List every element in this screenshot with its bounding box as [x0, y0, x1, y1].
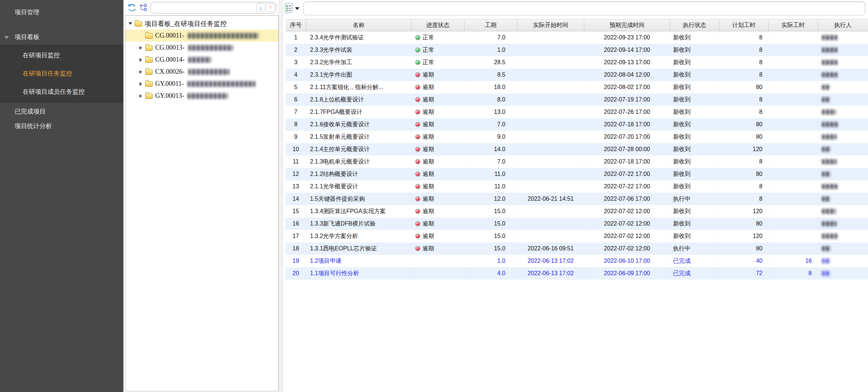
table-row-7[interactable]: 72.1.7FPGA概要设计逾期13.02022-07-26 17:00新收到8	[286, 106, 868, 118]
tree-node-code: GY.00013-	[155, 92, 184, 100]
redacted-assignee-name	[822, 134, 837, 139]
redacted-assignee-name	[822, 109, 836, 115]
collapsed-caret-icon[interactable]	[139, 58, 142, 62]
table-row-16[interactable]: 161.3.3新飞通DFB裸片试验逾期15.02022-07-02 12:00新…	[286, 218, 868, 230]
cell-duration: 9.0	[464, 131, 517, 143]
sidebar-item-已完成项目[interactable]: 已完成项目	[0, 104, 123, 119]
column-header-实际工时[interactable]: 实际工时	[769, 19, 818, 31]
cell-duration: 1.0	[464, 44, 517, 56]
table-row-14[interactable]: 141.5关键器件提前采购逾期12.02022-06-21 14:512022-…	[286, 193, 868, 205]
tree-node-CX.00026-[interactable]: CX.00026-	[125, 66, 278, 78]
table-row-8[interactable]: 82.1.6接收单元概要设计逾期7.02022-07-18 17:00新收到80	[286, 118, 868, 131]
tree-node-CG.00013-[interactable]: CG.00013-	[125, 42, 278, 54]
collapsed-caret-icon[interactable]	[139, 82, 142, 86]
column-header-执行状态[interactable]: 执行状态	[670, 19, 719, 31]
cell-no: 3	[286, 56, 306, 69]
column-header-进度状态[interactable]: 进度状态	[412, 19, 464, 31]
tree-node-CG.00014-[interactable]: CG.00014-	[125, 54, 278, 66]
find-next-up-button[interactable]: ↑	[266, 3, 275, 12]
table-row-18[interactable]: 181.3.1西电EOPLL芯片验证逾期15.02022-06-16 09:51…	[286, 242, 868, 255]
cell-actual_hours	[769, 193, 818, 205]
cell-actual_hours	[769, 180, 818, 193]
progress-cell: 逾期	[412, 106, 464, 118]
table-row-3[interactable]: 32.3.2光学件加工正常28.52022-09-13 17:00新收到8	[286, 56, 868, 69]
progress-label: 逾期	[422, 168, 434, 180]
progress-label: 逾期	[422, 106, 434, 118]
redacted-project-name	[188, 93, 228, 99]
table-row-17[interactable]: 171.3.2光学方案分析逾期15.02022-07-02 12:00新收到12…	[286, 230, 868, 242]
cell-actual_start	[517, 205, 584, 218]
cell-actual_start	[517, 118, 584, 131]
tree-node-CG.00011-[interactable]: CG.00011-	[125, 30, 278, 42]
column-header-实际开始时间[interactable]: 实际开始时间	[517, 19, 584, 31]
find-next-down-button[interactable]: ↓	[256, 3, 265, 12]
collapsed-caret-icon[interactable]	[139, 70, 142, 74]
folder-icon	[145, 69, 153, 75]
progress-cell: 逾期	[412, 69, 464, 81]
status-overdue-icon	[415, 246, 420, 251]
table-row-6[interactable]: 62.1.8上位机概要设计逾期8.02022-07-19 17:00新收到8	[286, 93, 868, 106]
cell-planned_hours: 8	[719, 56, 769, 69]
table-row-13[interactable]: 132.1.1光学概要设计逾期11.02022-07-22 17:00新收到8	[286, 180, 868, 193]
collapsed-caret-icon[interactable]	[139, 94, 142, 98]
cell-name: 1.3.2光学方案分析	[306, 230, 412, 242]
tree-node-code: CG.00011-	[155, 32, 184, 39]
cell-exec_status: 已完成	[670, 255, 719, 267]
cell-actual_hours	[769, 131, 818, 143]
cell-duration: 7.0	[464, 155, 517, 168]
table-row-1[interactable]: 12.3.4光学件测试验证正常7.02022-09-23 17:00新收到8	[286, 31, 868, 44]
tree-node-GY.00011-[interactable]: GY.00011-	[125, 78, 278, 90]
cell-name: 1.3.4测距算法FPGA实现方案	[306, 205, 412, 218]
refresh-icon[interactable]	[127, 3, 137, 12]
assignee-cell	[818, 218, 868, 230]
expanded-caret-icon[interactable]	[129, 22, 132, 25]
sidebar-item-项目看板[interactable]: 项目看板	[0, 30, 123, 45]
collapsed-caret-icon[interactable]	[139, 46, 142, 50]
table-row-5[interactable]: 52.1.11方案细化，指标分解...逾期18.02022-08-02 17:0…	[286, 81, 868, 93]
table-row-19[interactable]: 191.2项目申请1.02022-06-13 17:022022-06-10 1…	[286, 255, 868, 267]
cell-actual_start	[517, 168, 584, 180]
cell-planned_hours: 80	[719, 218, 769, 230]
table-row-10[interactable]: 102.1.4主控单元概要设计逾期14.02022-07-28 00:00新收到…	[286, 143, 868, 155]
table-row-9[interactable]: 92.1.5发射单元概要设计逾期9.02022-07-20 17:00新收到80	[286, 131, 868, 143]
table-row-20[interactable]: 201.1项目可行性分析4.02022-06-13 17:022022-06-0…	[286, 267, 868, 280]
assignee-cell	[818, 193, 868, 205]
table-row-2[interactable]: 22.3.3光学件试装正常1.02022-09-14 17:00新收到8	[286, 44, 868, 56]
progress-label: 逾期	[422, 155, 434, 168]
column-header-预期完成时间[interactable]: 预期完成时间	[584, 19, 670, 31]
tree-node-GY.00013-[interactable]: GY.00013-	[125, 90, 278, 102]
sidebar-item-项目管理[interactable]: 项目管理	[0, 5, 123, 20]
cell-exec_status: 执行中	[670, 193, 719, 205]
column-header-工期[interactable]: 工期	[464, 19, 517, 31]
sidebar-item-在研项目任务监控[interactable]: 在研项目任务监控	[0, 65, 123, 83]
column-header-名称[interactable]: 名称	[306, 19, 412, 31]
column-list-icon[interactable]	[284, 3, 293, 15]
sidebar-item-项目统计分析[interactable]: 项目统计分析	[0, 119, 123, 134]
chevron-down-icon[interactable]	[295, 7, 299, 10]
cell-no: 1	[286, 31, 306, 44]
column-header-计划工时[interactable]: 计划工时	[719, 19, 769, 31]
cell-exec_status: 新收到	[670, 218, 719, 230]
assignee-cell	[818, 267, 868, 280]
sidebar-item-在研项目成员任务监控[interactable]: 在研项目成员任务监控	[0, 83, 123, 101]
tree-root-node[interactable]: 项目看板_在研项目任务监控	[125, 18, 278, 30]
table-row-4[interactable]: 42.3.1光学件出图逾期8.52022-08-04 12:00新收到8	[286, 69, 868, 81]
cell-exec_status: 新收到	[670, 131, 719, 143]
cell-name: 2.1.11方案细化，指标分解...	[306, 81, 412, 93]
hierarchy-icon[interactable]	[139, 3, 148, 12]
table-filter-input[interactable]	[303, 1, 865, 15]
table-row-15[interactable]: 151.3.4测距算法FPGA实现方案逾期15.02022-07-02 12:0…	[286, 205, 868, 218]
cell-actual_hours	[769, 205, 818, 218]
assignee-cell	[818, 168, 868, 180]
sidebar-item-在研项目监控[interactable]: 在研项目监控	[0, 46, 123, 65]
table-row-12[interactable]: 122.1.2结构概要设计逾期11.02022-07-22 17:00新收到80	[286, 168, 868, 180]
table-row-11[interactable]: 112.1.3电机单元概要设计逾期7.02022-07-18 17:00新收到8	[286, 155, 868, 168]
redacted-assignee-name	[822, 47, 837, 53]
expand-caret-icon[interactable]	[4, 36, 9, 39]
cell-no: 13	[286, 180, 306, 193]
column-header-执行人[interactable]: 执行人	[818, 19, 868, 31]
panel-splitter[interactable]	[279, 0, 283, 392]
column-header-序号[interactable]: 序号	[286, 19, 306, 31]
assignee-cell	[818, 69, 868, 81]
assignee-cell	[818, 56, 868, 69]
